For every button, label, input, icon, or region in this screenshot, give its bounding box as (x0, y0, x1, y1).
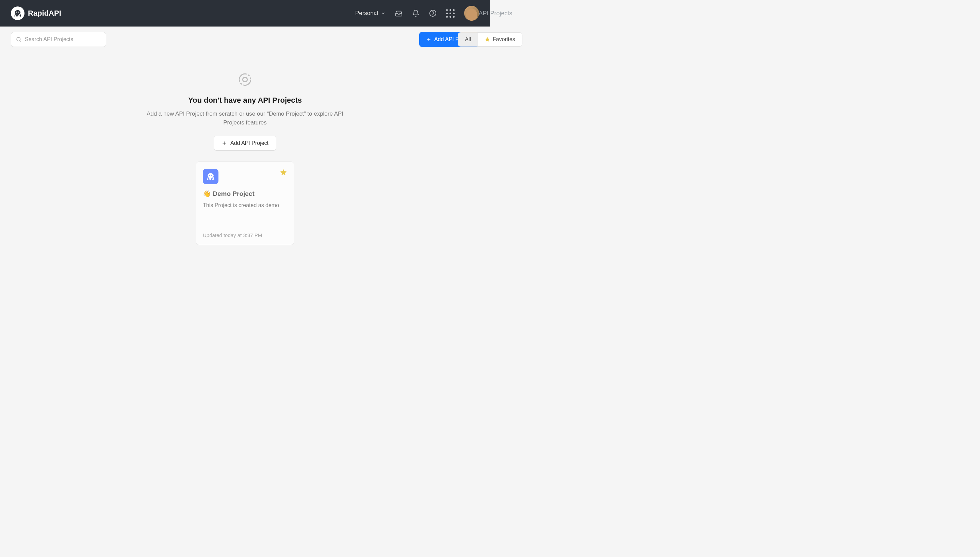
tab-all-label: All (465, 36, 471, 42)
svg-point-0 (15, 10, 20, 15)
svg-point-2 (18, 11, 19, 13)
empty-title: You don't have any API Projects (188, 96, 302, 105)
project-icon (203, 169, 219, 184)
toolbar: All Favorites Add API Project (0, 26, 490, 52)
svg-line-10 (20, 41, 21, 41)
workspace-dropdown[interactable]: Personal (355, 10, 385, 17)
tab-favorites[interactable]: Favorites (478, 33, 490, 46)
empty-description: Add a new API Project from scratch or us… (146, 109, 344, 127)
page-title: API Projects (479, 10, 490, 17)
avatar[interactable] (464, 6, 479, 21)
card-header (203, 169, 287, 184)
svg-point-19 (211, 175, 212, 176)
workspace-label: Personal (355, 10, 378, 17)
project-title: 👋 Demo Project (203, 190, 287, 197)
brand-name: RapidAPI (28, 9, 61, 18)
search-box[interactable] (11, 32, 106, 47)
svg-point-18 (209, 175, 210, 176)
star-icon (485, 37, 490, 42)
favorite-star-icon[interactable] (280, 169, 287, 176)
svg-point-14 (243, 77, 247, 81)
help-icon[interactable] (429, 10, 436, 17)
filter-tabs: All Favorites (458, 32, 490, 47)
plus-icon (426, 37, 431, 42)
plus-icon (222, 140, 227, 146)
header-actions: Personal (355, 6, 479, 21)
search-icon (16, 37, 21, 42)
project-updated: Updated today at 3:37 PM (203, 232, 287, 238)
search-input[interactable] (25, 36, 101, 42)
svg-point-1 (16, 11, 17, 13)
tab-all[interactable]: All (458, 33, 478, 46)
svg-point-17 (207, 173, 214, 178)
apps-icon[interactable] (446, 9, 455, 18)
bell-icon[interactable] (412, 10, 420, 17)
svg-point-8 (433, 15, 433, 15)
demo-project-card[interactable]: 👋 Demo Project This Project is created a… (196, 161, 294, 245)
add-project-button-secondary[interactable]: Add API Project (214, 136, 276, 151)
chevron-down-icon (381, 11, 385, 16)
main-content: You don't have any API Projects Add a ne… (0, 52, 490, 245)
add-button-label: Add API Project (230, 140, 268, 146)
empty-state-icon (238, 73, 252, 86)
top-header: RapidAPI API Projects Personal (0, 0, 490, 26)
logo-icon (11, 7, 24, 20)
project-description: This Project is created as demo (203, 202, 287, 208)
inbox-icon[interactable] (395, 10, 403, 17)
svg-point-9 (17, 37, 20, 41)
svg-marker-20 (280, 169, 286, 175)
logo[interactable]: RapidAPI (11, 7, 61, 20)
svg-marker-11 (485, 37, 489, 41)
